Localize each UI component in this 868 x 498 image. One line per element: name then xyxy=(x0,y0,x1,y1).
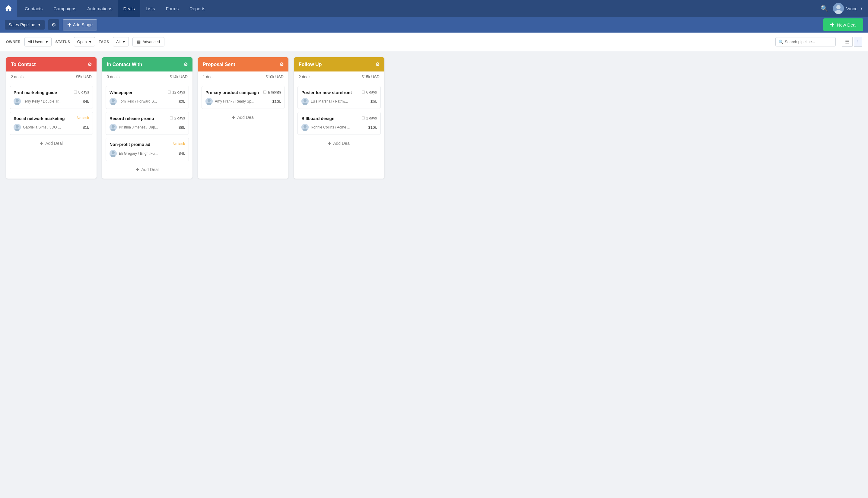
home-button[interactable] xyxy=(0,0,17,17)
sliders-icon: ▦ xyxy=(137,40,141,44)
tags-filter[interactable]: All ▼ xyxy=(113,37,129,47)
column-settings-icon[interactable]: ⚙ xyxy=(88,62,92,67)
deal-value: $2k xyxy=(179,99,185,104)
add-deal-label: Add Deal xyxy=(333,141,351,146)
plus-icon: ✚ xyxy=(232,115,235,120)
tags-label: TAGS xyxy=(98,40,109,44)
list-view-button[interactable]: ☰ xyxy=(842,37,853,47)
deals-count: 1 deal xyxy=(203,75,213,79)
pipeline-settings-button[interactable]: ⚙ xyxy=(48,19,59,30)
new-deal-button[interactable]: ✚ New Deal xyxy=(823,18,863,31)
chevron-down-icon: ▼ xyxy=(88,40,92,44)
column-stats-to-contact: 2 deals$5k USD xyxy=(6,71,96,82)
add-deal-label: Add Deal xyxy=(237,115,255,120)
days-badge: 6 days xyxy=(366,90,377,94)
plus-icon: ✚ xyxy=(136,167,140,172)
chevron-down-icon: ▼ xyxy=(122,40,126,44)
nav-contacts[interactable]: Contacts xyxy=(19,0,48,17)
person-name: Gabriella Sims / 3DO ... xyxy=(23,125,61,129)
person-name: Terry Kelly / Double Tr... xyxy=(23,99,61,103)
deal-person: Gabriella Sims / 3DO ... xyxy=(14,124,61,131)
deal-footer: Kristina Jimenez / Dap... $8k xyxy=(109,124,185,131)
view-toggle: ☰ ⁝ xyxy=(842,37,862,47)
svg-point-22 xyxy=(303,99,306,102)
deal-person: Terry Kelly / Double Tr... xyxy=(14,98,61,105)
toolbar: Sales Pipeline ▼ ⚙ ✚ Add Stage ✚ New Dea… xyxy=(0,17,868,32)
user-menu[interactable]: Vince ▼ xyxy=(833,3,863,14)
add-stage-label: Add Stage xyxy=(73,22,93,27)
column-proposal-sent: Proposal Sent⚙1 deal$10k USD Primary pro… xyxy=(198,57,288,179)
deal-card[interactable]: Print marketing guide ☐8 days Terry Kell… xyxy=(10,86,93,109)
add-stage-button[interactable]: ✚ Add Stage xyxy=(63,19,97,30)
pipeline-selector[interactable]: Sales Pipeline ▼ xyxy=(5,20,45,29)
status-filter[interactable]: Open ▼ xyxy=(74,37,95,47)
deal-card[interactable]: Primary product campaign ☐a month Amy Fr… xyxy=(201,86,285,109)
deal-card[interactable]: Record release promo ☐2 days Kristina Ji… xyxy=(106,112,189,135)
add-deal-button-to-contact[interactable]: ✚Add Deal xyxy=(10,138,93,149)
deal-person: Tom Reid / Forward S... xyxy=(109,98,157,105)
column-settings-icon[interactable]: ⚙ xyxy=(375,62,380,67)
person-name: Eli Gregory / Bright Fu... xyxy=(119,152,158,156)
deal-value: $4k xyxy=(179,151,185,156)
column-body-follow-up: Poster for new storefront ☐6 days Luis M… xyxy=(294,82,384,152)
avatar xyxy=(833,3,844,14)
nav-links: Contacts Campaigns Automations Deals Lis… xyxy=(19,0,820,17)
kanban-view-button[interactable]: ⁝ xyxy=(854,37,862,47)
avatar xyxy=(14,98,21,105)
deal-person: Amy Frank / Ready Sp... xyxy=(206,98,254,105)
add-deal-label: Add Deal xyxy=(141,167,159,172)
advanced-label: Advanced xyxy=(142,40,160,44)
search-wrapper: 🔍 xyxy=(775,37,836,47)
nav-campaigns[interactable]: Campaigns xyxy=(48,0,82,17)
add-deal-button-follow-up[interactable]: ✚Add Deal xyxy=(298,138,381,149)
column-stats-proposal-sent: 1 deal$10k USD xyxy=(198,71,288,82)
deal-footer: Amy Frank / Ready Sp... $10k xyxy=(206,98,281,105)
column-to-contact: To Contact⚙2 deals$5k USD Print marketin… xyxy=(6,57,96,179)
nav-reports[interactable]: Reports xyxy=(184,0,211,17)
add-deal-label: Add Deal xyxy=(45,141,63,146)
nav-deals[interactable]: Deals xyxy=(118,0,140,17)
column-header-proposal-sent: Proposal Sent⚙ xyxy=(198,57,288,71)
column-header-to-contact: To Contact⚙ xyxy=(6,57,96,71)
deal-person: Luis Marshall / Pathw... xyxy=(301,98,348,105)
nav-forms[interactable]: Forms xyxy=(160,0,184,17)
person-name: Ronnie Collins / Acme ... xyxy=(311,125,350,129)
column-stats-in-contact-with: 3 deals$14k USD xyxy=(102,71,193,82)
person-name: Kristina Jimenez / Dap... xyxy=(119,125,158,129)
deal-card[interactable]: Poster for new storefront ☐6 days Luis M… xyxy=(298,86,381,109)
search-input[interactable] xyxy=(775,37,836,47)
column-settings-icon[interactable]: ⚙ xyxy=(279,62,284,67)
svg-point-1 xyxy=(836,5,841,9)
new-deal-label: New Deal xyxy=(837,22,856,27)
column-settings-icon[interactable]: ⚙ xyxy=(183,62,188,67)
add-deal-button-proposal-sent[interactable]: ✚Add Deal xyxy=(201,112,285,123)
deals-total: $14k USD xyxy=(170,75,188,79)
chevron-down-icon: ▼ xyxy=(38,23,41,27)
deal-person: Ronnie Collins / Acme ... xyxy=(301,124,350,131)
task-check-icon: ☐ xyxy=(168,90,171,94)
nav-lists[interactable]: Lists xyxy=(140,0,160,17)
owner-filter[interactable]: All Users ▼ xyxy=(24,37,52,47)
person-name: Tom Reid / Forward S... xyxy=(119,99,157,103)
search-icon[interactable]: 🔍 xyxy=(820,5,828,12)
nav-right: 🔍 Vince ▼ xyxy=(820,3,863,14)
deal-person: Kristina Jimenez / Dap... xyxy=(109,124,158,131)
deal-meta: ☐8 days xyxy=(74,90,89,94)
chevron-down-icon: ▼ xyxy=(860,6,863,10)
advanced-filter-button[interactable]: ▦ Advanced xyxy=(132,37,165,47)
task-check-icon: ☐ xyxy=(263,90,267,94)
column-body-to-contact: Print marketing guide ☐8 days Terry Kell… xyxy=(6,82,96,152)
toolbar-left: Sales Pipeline ▼ ⚙ ✚ Add Stage xyxy=(5,19,97,30)
deal-card[interactable]: Social network marketing No task Gabriel… xyxy=(10,112,93,135)
task-check-icon: ☐ xyxy=(361,116,365,120)
nav-automations[interactable]: Automations xyxy=(82,0,118,17)
deal-card[interactable]: Whitepaper ☐12 days Tom Reid / Forward S… xyxy=(106,86,189,109)
deal-card[interactable]: Non-profit promo ad No task Eli Gregory … xyxy=(106,138,189,161)
add-deal-button-in-contact-with[interactable]: ✚Add Deal xyxy=(106,164,189,175)
owner-label: OWNER xyxy=(6,40,21,44)
deal-title: Record release promo xyxy=(109,116,167,121)
svg-point-16 xyxy=(111,151,115,154)
status-value: Open xyxy=(77,40,87,44)
deal-card[interactable]: Billboard design ☐2 days Ronnie Collins … xyxy=(298,112,381,135)
days-badge: a month xyxy=(268,90,281,94)
